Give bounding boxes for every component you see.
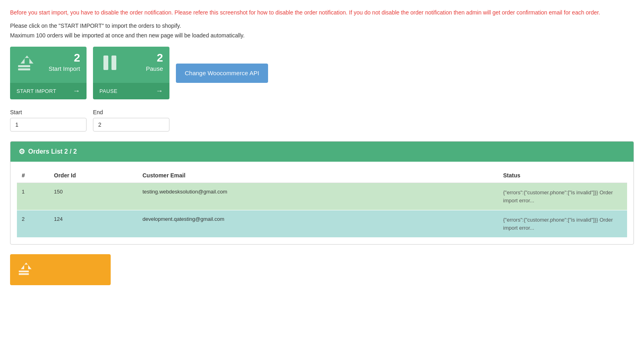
svg-marker-2 [21, 56, 33, 64]
col-status: Status [498, 168, 627, 183]
pause-info: 2 Pause [146, 52, 163, 72]
orders-table-body: 1 150 testing.webdesksolution@gmail.com … [17, 183, 627, 238]
pause-card-top: 2 Pause [93, 47, 169, 83]
start-import-card-top: 2 Start Import [10, 47, 87, 83]
row1-order-id: 150 [49, 183, 138, 210]
orders-title: Orders List 2 / 2 [28, 148, 77, 155]
row2-status: {"errors":{"customer.phone":["is invalid… [498, 210, 627, 238]
row2-email: development.qatesting@gmail.com [138, 210, 498, 238]
end-input[interactable] [93, 118, 169, 132]
click-info-text: Please click on the "START IMPORT" to im… [10, 23, 634, 29]
change-api-button[interactable]: Change Woocommerce API [176, 64, 268, 83]
start-input[interactable] [10, 118, 87, 132]
pause-card-bottom[interactable]: PAUSE → [93, 83, 169, 99]
pause-card[interactable]: 2 Pause PAUSE → [93, 47, 169, 99]
row1-status: {"errors":{"customer.phone":["is invalid… [498, 183, 627, 210]
svg-marker-7 [21, 263, 32, 269]
orange-card-icon [17, 260, 36, 280]
warning-text: Before you start import, you have to dis… [10, 8, 634, 17]
pause-bottom-label: PAUSE [99, 88, 118, 94]
start-form-group: Start [10, 109, 87, 132]
pause-number: 2 [146, 52, 163, 64]
svg-rect-3 [103, 56, 108, 70]
start-import-label: Start Import [49, 65, 80, 72]
col-customer-email: Customer Email [138, 168, 498, 183]
row1-email: testing.webdesksolution@gmail.com [138, 183, 498, 210]
end-label: End [93, 109, 169, 115]
orders-section: ⚙ Orders List 2 / 2 # Order Id Customer … [10, 141, 634, 245]
max-orders-text: Maximum 100 orders will be imported at o… [10, 32, 634, 39]
pause-arrow-icon: → [156, 87, 163, 95]
svg-rect-4 [111, 56, 116, 70]
pause-icon [99, 52, 120, 74]
start-import-bottom-label: START IMPORT [17, 88, 56, 94]
orders-table: # Order Id Customer Email Status 1 150 t… [17, 168, 627, 238]
pause-label: Pause [146, 65, 163, 72]
row1-num: 1 [17, 183, 49, 210]
start-import-info: 2 Start Import [49, 52, 80, 72]
start-end-form: Start End [10, 109, 634, 132]
start-import-arrow-icon: → [73, 87, 80, 95]
start-label: Start [10, 109, 87, 115]
col-num: # [17, 168, 49, 183]
table-row: 1 150 testing.webdesksolution@gmail.com … [17, 183, 627, 210]
table-row: 2 124 development.qatesting@gmail.com {"… [17, 210, 627, 238]
start-import-card[interactable]: 2 Start Import START IMPORT → [10, 47, 87, 99]
orders-table-wrapper: # Order Id Customer Email Status 1 150 t… [10, 162, 634, 244]
orange-card-top [10, 254, 111, 285]
start-import-card-bottom[interactable]: START IMPORT → [10, 83, 87, 99]
col-order-id: Order Id [49, 168, 138, 183]
cards-row: 2 Start Import START IMPORT → 2 Pause PA… [10, 47, 634, 99]
row2-num: 2 [17, 210, 49, 238]
end-form-group: End [93, 109, 169, 132]
orders-header: ⚙ Orders List 2 / 2 [10, 142, 634, 162]
svg-rect-1 [18, 68, 30, 70]
orders-settings-icon: ⚙ [19, 147, 25, 156]
start-import-number: 2 [49, 52, 80, 64]
row2-order-id: 124 [49, 210, 138, 238]
svg-rect-0 [18, 65, 30, 67]
svg-rect-6 [19, 274, 29, 275]
svg-rect-5 [19, 271, 29, 272]
orange-card[interactable] [10, 254, 111, 285]
import-icon [17, 52, 37, 74]
orders-table-head: # Order Id Customer Email Status [17, 168, 627, 183]
